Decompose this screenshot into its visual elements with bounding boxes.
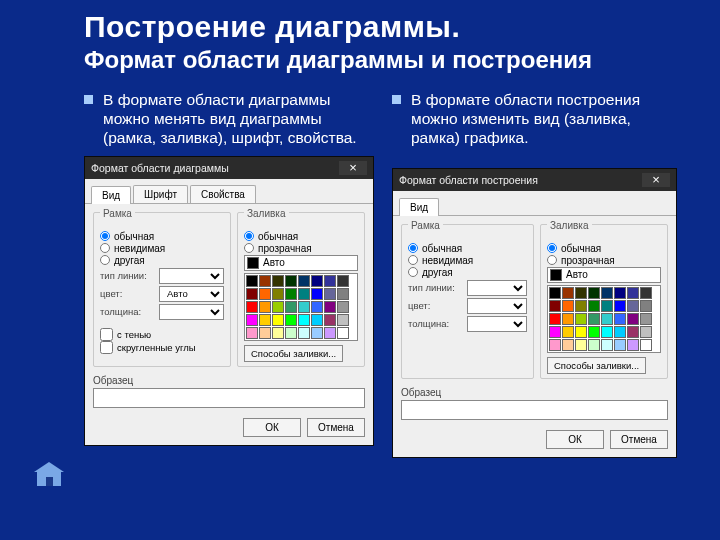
radio-fill-normal[interactable]: обычная <box>244 231 358 242</box>
color-swatch[interactable] <box>259 288 271 300</box>
tab-font[interactable]: Шрифт <box>133 185 188 203</box>
color-swatch[interactable] <box>246 288 258 300</box>
select-linetype[interactable] <box>159 268 224 284</box>
color-swatch[interactable] <box>640 287 652 299</box>
color-palette[interactable] <box>547 285 661 353</box>
color-swatch[interactable] <box>575 300 587 312</box>
color-swatch[interactable] <box>614 300 626 312</box>
check-shadow[interactable]: с тенью <box>100 328 224 341</box>
color-swatch[interactable] <box>562 287 574 299</box>
color-swatch[interactable] <box>562 339 574 351</box>
color-swatch[interactable] <box>627 313 639 325</box>
color-swatch[interactable] <box>588 326 600 338</box>
color-swatch[interactable] <box>246 275 258 287</box>
color-swatch[interactable] <box>324 314 336 326</box>
color-swatch[interactable] <box>575 339 587 351</box>
color-swatch[interactable] <box>298 275 310 287</box>
color-swatch[interactable] <box>337 314 349 326</box>
color-swatch[interactable] <box>601 313 613 325</box>
color-swatch[interactable] <box>627 326 639 338</box>
select-weight[interactable] <box>159 304 224 320</box>
color-swatch[interactable] <box>601 326 613 338</box>
color-swatch[interactable] <box>324 275 336 287</box>
color-swatch[interactable] <box>285 275 297 287</box>
color-swatch[interactable] <box>575 313 587 325</box>
color-swatch[interactable] <box>311 288 323 300</box>
color-swatch[interactable] <box>311 314 323 326</box>
color-swatch[interactable] <box>575 287 587 299</box>
color-swatch[interactable] <box>298 327 310 339</box>
swatch-auto[interactable]: Авто <box>547 267 661 283</box>
color-swatch[interactable] <box>549 300 561 312</box>
color-swatch[interactable] <box>285 327 297 339</box>
radio-fill-transparent[interactable]: прозрачная <box>547 255 661 266</box>
color-swatch[interactable] <box>562 313 574 325</box>
close-icon[interactable]: × <box>339 161 367 175</box>
color-swatch[interactable] <box>549 326 561 338</box>
color-swatch[interactable] <box>601 300 613 312</box>
color-swatch[interactable] <box>337 327 349 339</box>
color-swatch[interactable] <box>549 287 561 299</box>
fill-effects-button[interactable]: Способы заливки... <box>244 345 343 362</box>
color-swatch[interactable] <box>324 288 336 300</box>
tab-view[interactable]: Вид <box>399 198 439 216</box>
color-swatch[interactable] <box>246 314 258 326</box>
color-swatch[interactable] <box>285 301 297 313</box>
color-swatch[interactable] <box>614 287 626 299</box>
fill-effects-button[interactable]: Способы заливки... <box>547 357 646 374</box>
color-swatch[interactable] <box>588 339 600 351</box>
home-icon[interactable] <box>34 462 64 490</box>
color-swatch[interactable] <box>246 327 258 339</box>
color-swatch[interactable] <box>549 313 561 325</box>
swatch-auto[interactable]: Авто <box>244 255 358 271</box>
color-swatch[interactable] <box>272 301 284 313</box>
color-swatch[interactable] <box>627 287 639 299</box>
color-swatch[interactable] <box>272 288 284 300</box>
radio-frame-invisible[interactable]: невидимая <box>408 255 527 266</box>
radio-fill-normal[interactable]: обычная <box>547 243 661 254</box>
color-swatch[interactable] <box>640 300 652 312</box>
color-swatch[interactable] <box>259 275 271 287</box>
color-swatch[interactable] <box>259 301 271 313</box>
ok-button[interactable]: ОК <box>243 418 301 437</box>
color-swatch[interactable] <box>640 339 652 351</box>
color-palette[interactable] <box>244 273 358 341</box>
color-swatch[interactable] <box>272 327 284 339</box>
color-swatch[interactable] <box>285 314 297 326</box>
color-swatch[interactable] <box>640 313 652 325</box>
color-swatch[interactable] <box>259 314 271 326</box>
check-rounded[interactable]: скругленные углы <box>100 341 224 354</box>
color-swatch[interactable] <box>588 313 600 325</box>
color-swatch[interactable] <box>285 288 297 300</box>
radio-frame-normal[interactable]: обычная <box>100 231 224 242</box>
radio-frame-invisible[interactable]: невидимая <box>100 243 224 254</box>
color-swatch[interactable] <box>246 301 258 313</box>
color-swatch[interactable] <box>627 339 639 351</box>
radio-frame-other[interactable]: другая <box>408 267 527 278</box>
color-swatch[interactable] <box>562 300 574 312</box>
ok-button[interactable]: ОК <box>546 430 604 449</box>
color-swatch[interactable] <box>614 339 626 351</box>
tab-view[interactable]: Вид <box>91 186 131 204</box>
color-swatch[interactable] <box>272 275 284 287</box>
color-swatch[interactable] <box>562 326 574 338</box>
color-swatch[interactable] <box>259 327 271 339</box>
color-swatch[interactable] <box>337 301 349 313</box>
cancel-button[interactable]: Отмена <box>610 430 668 449</box>
color-swatch[interactable] <box>588 300 600 312</box>
color-swatch[interactable] <box>311 275 323 287</box>
color-swatch[interactable] <box>614 326 626 338</box>
close-icon[interactable]: × <box>642 173 670 187</box>
color-swatch[interactable] <box>549 339 561 351</box>
select-weight[interactable] <box>467 316 527 332</box>
color-swatch[interactable] <box>601 287 613 299</box>
tab-properties[interactable]: Свойства <box>190 185 256 203</box>
select-color[interactable] <box>467 298 527 314</box>
color-swatch[interactable] <box>337 288 349 300</box>
color-swatch[interactable] <box>640 326 652 338</box>
color-swatch[interactable] <box>614 313 626 325</box>
color-swatch[interactable] <box>311 301 323 313</box>
color-swatch[interactable] <box>627 300 639 312</box>
color-swatch[interactable] <box>311 327 323 339</box>
cancel-button[interactable]: Отмена <box>307 418 365 437</box>
